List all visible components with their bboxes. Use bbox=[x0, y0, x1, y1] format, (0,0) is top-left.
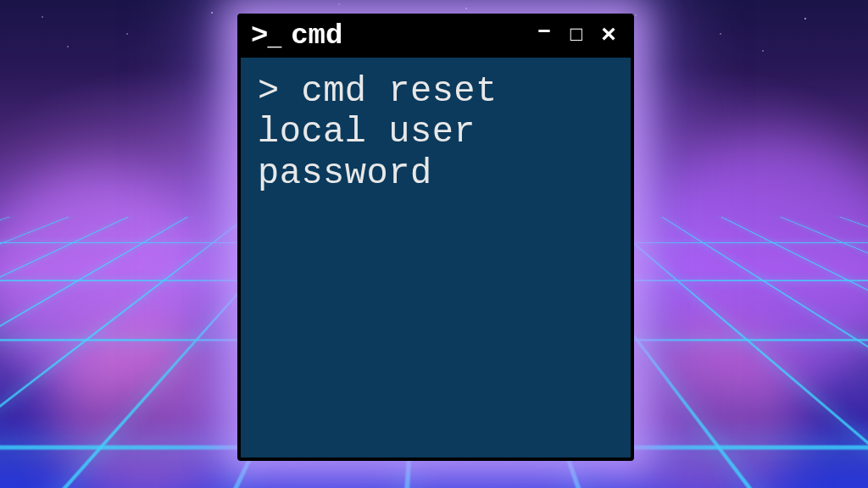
prompt-icon: >_ bbox=[251, 21, 279, 50]
title-bar[interactable]: >_ cmd – □ × bbox=[241, 17, 631, 58]
minimize-button[interactable]: – bbox=[532, 18, 556, 43]
prompt-char: > bbox=[258, 71, 280, 112]
window-title: cmd bbox=[291, 19, 342, 52]
window-controls: – □ × bbox=[532, 23, 620, 48]
maximize-button[interactable]: □ bbox=[565, 25, 588, 46]
command-text: cmd reset local user password bbox=[258, 71, 520, 194]
terminal-window[interactable]: >_ cmd – □ × > cmd reset local user pass… bbox=[237, 14, 634, 461]
terminal-body[interactable]: > cmd reset local user password bbox=[241, 58, 631, 458]
close-button[interactable]: × bbox=[597, 23, 620, 48]
